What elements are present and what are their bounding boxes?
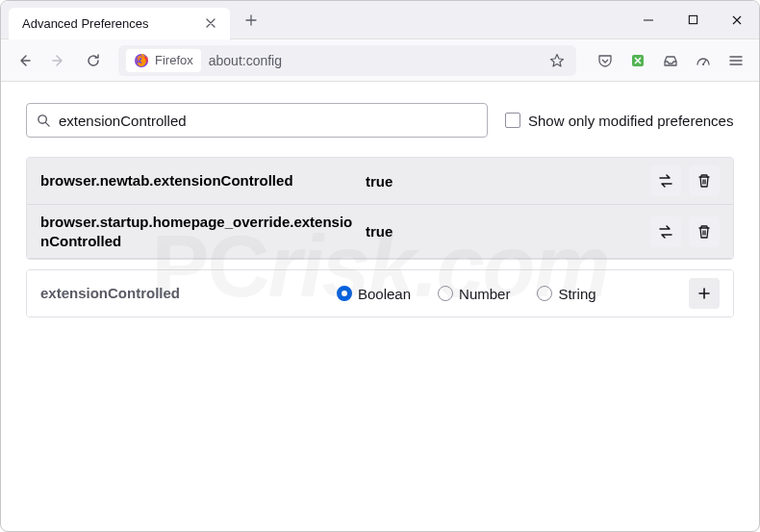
firefox-logo-icon xyxy=(134,53,149,68)
radio-number[interactable]: Number xyxy=(438,286,510,302)
tab-title: Advanced Preferences xyxy=(22,16,201,31)
close-icon xyxy=(731,14,743,26)
search-row: Show only modified preferences xyxy=(26,103,734,138)
plus-icon xyxy=(244,13,258,27)
plus-icon xyxy=(697,286,712,301)
checkbox-text: Show only modified preferences xyxy=(528,113,733,129)
close-window-button[interactable] xyxy=(715,1,759,39)
pref-value: true xyxy=(366,173,643,190)
window-titlebar: Advanced Preferences xyxy=(1,1,759,39)
navigation-toolbar: Firefox about:config xyxy=(1,39,759,82)
trash-icon xyxy=(697,173,712,189)
extension-icon xyxy=(630,53,646,68)
pref-row: browser.startup.homepage_override.extens… xyxy=(27,205,733,259)
show-modified-checkbox[interactable] xyxy=(505,113,520,128)
radio-label: Number xyxy=(459,286,510,302)
pref-actions xyxy=(650,165,720,196)
forward-button[interactable] xyxy=(43,45,74,76)
browser-tab[interactable]: Advanced Preferences xyxy=(9,8,230,39)
search-box[interactable] xyxy=(26,103,488,138)
pref-actions xyxy=(650,216,720,247)
toggle-icon xyxy=(657,172,674,190)
dashboard-button[interactable] xyxy=(688,45,719,76)
show-modified-checkbox-label[interactable]: Show only modified preferences xyxy=(505,113,733,129)
toggle-button[interactable] xyxy=(650,165,681,196)
new-pref-row: extensionControlled Boolean Number Strin… xyxy=(27,270,733,317)
radio-boolean[interactable]: Boolean xyxy=(337,286,411,302)
new-pref-table: extensionControlled Boolean Number Strin… xyxy=(26,269,734,317)
new-tab-button[interactable] xyxy=(238,7,265,34)
bookmark-button[interactable] xyxy=(545,49,569,72)
identity-box[interactable]: Firefox xyxy=(126,49,201,72)
star-icon xyxy=(549,53,565,68)
reload-icon xyxy=(86,53,101,68)
url-text: about:config xyxy=(209,53,538,68)
about-config-content: Show only modified preferences browser.n… xyxy=(1,82,759,339)
svg-rect-0 xyxy=(689,15,697,23)
search-input[interactable] xyxy=(59,113,477,129)
menu-button[interactable] xyxy=(721,45,751,76)
hamburger-icon xyxy=(728,53,744,68)
radio-string[interactable]: String xyxy=(537,286,595,302)
minimize-button[interactable] xyxy=(626,1,671,39)
delete-button[interactable] xyxy=(689,165,720,196)
inbox-button[interactable] xyxy=(655,45,686,76)
back-button[interactable] xyxy=(9,45,39,76)
delete-button[interactable] xyxy=(689,216,720,247)
pref-actions xyxy=(689,278,720,309)
arrow-right-icon xyxy=(51,53,66,68)
toggle-icon xyxy=(657,223,674,241)
svg-point-3 xyxy=(702,63,704,65)
close-tab-button[interactable] xyxy=(201,13,220,33)
close-icon xyxy=(205,17,216,29)
pref-name: browser.startup.homepage_override.extens… xyxy=(40,213,358,250)
window-controls xyxy=(626,1,759,39)
minimize-icon xyxy=(643,14,654,26)
arrow-left-icon xyxy=(16,53,32,68)
type-options: Boolean Number String xyxy=(337,286,681,302)
trash-icon xyxy=(697,224,712,240)
toggle-button[interactable] xyxy=(650,216,681,247)
pocket-icon xyxy=(597,53,613,68)
maximize-button[interactable] xyxy=(671,1,715,39)
radio-input[interactable] xyxy=(337,286,352,301)
pref-name: browser.newtab.extensionControlled xyxy=(40,171,358,190)
reload-button[interactable] xyxy=(78,45,109,76)
preferences-table: browser.newtab.extensionControlled true … xyxy=(26,157,734,260)
url-bar[interactable]: Firefox about:config xyxy=(118,45,576,76)
radio-input[interactable] xyxy=(438,286,453,301)
pref-row: browser.newtab.extensionControlled true xyxy=(27,158,733,205)
search-icon xyxy=(37,114,51,128)
add-button[interactable] xyxy=(689,278,720,309)
toolbar-icons xyxy=(590,45,751,76)
maximize-icon xyxy=(688,14,698,25)
new-pref-name: extensionControlled xyxy=(40,284,329,303)
inbox-icon xyxy=(663,53,678,68)
pref-value: true xyxy=(366,223,643,240)
radio-label: String xyxy=(558,286,595,302)
radio-label: Boolean xyxy=(358,286,411,302)
gauge-icon xyxy=(696,53,711,68)
identity-label: Firefox xyxy=(155,53,193,67)
pocket-button[interactable] xyxy=(590,45,621,76)
extension-button[interactable] xyxy=(622,45,653,76)
radio-input[interactable] xyxy=(537,286,552,301)
